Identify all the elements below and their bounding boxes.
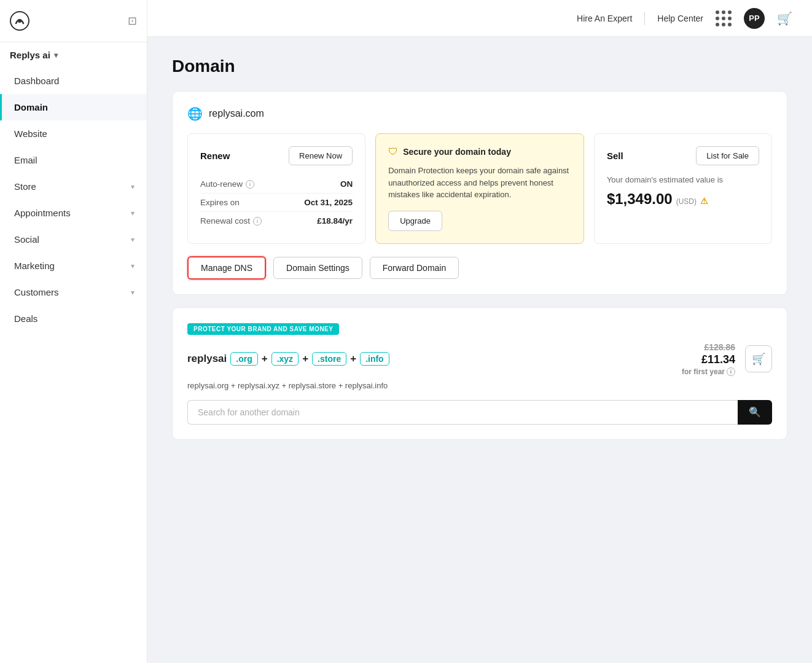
renewal-cost-info-icon[interactable]: i <box>253 217 262 226</box>
top-navbar: Hire An Expert Help Center PP 🛒 <box>147 0 812 37</box>
renew-panel: Renew Renew Now Auto-renew i ON Expires … <box>187 133 365 244</box>
main-content: Hire An Expert Help Center PP 🛒 Domain 🌐… <box>147 0 812 663</box>
promo-full-text: replysai.org + replysai.xyz + replysai.s… <box>187 381 772 390</box>
expires-row: Expires on Oct 31, 2025 <box>200 194 353 212</box>
brand-name[interactable]: Replys ai ▾ <box>0 42 147 68</box>
cart-icon[interactable]: 🛒 <box>777 11 792 26</box>
sidebar-collapse-button[interactable]: ⊡ <box>128 14 137 28</box>
promo-tag-org: .org <box>230 352 257 366</box>
promo-base-name: replysai <box>187 353 227 365</box>
list-for-sale-button[interactable]: List for Sale <box>696 146 759 165</box>
cart-icon: 🛒 <box>752 352 765 366</box>
domain-action-buttons: Manage DNS Domain Settings Forward Domai… <box>187 256 772 280</box>
renew-now-button[interactable]: Renew Now <box>289 146 353 165</box>
domain-card: 🌐 replysai.com Renew Renew Now Auto-rene… <box>172 91 787 295</box>
marketing-chevron-icon: ▾ <box>131 262 135 270</box>
search-icon: 🔍 <box>749 406 761 418</box>
page-title: Domain <box>172 57 787 76</box>
shield-icon: 🛡 <box>388 146 398 157</box>
auto-renew-info-icon[interactable]: i <box>246 180 254 189</box>
globe-icon: 🌐 <box>187 106 203 121</box>
renewal-cost-value: £18.84/yr <box>317 216 353 226</box>
domain-search-button[interactable]: 🔍 <box>738 400 772 425</box>
promo-badge: PROTECT YOUR BRAND AND SAVE MONEY <box>187 323 339 335</box>
secure-description: Domain Protection keeps your domain safe… <box>388 165 571 201</box>
sidebar-item-store[interactable]: Store ▾ <box>0 173 147 200</box>
promo-tag-info: .info <box>360 352 389 366</box>
promo-prices: £128.86 £11.34 for first year i <box>682 342 735 376</box>
sidebar-nav: Dashboard Domain Website Email Store ▾ A… <box>0 68 147 332</box>
sidebar-item-dashboard[interactable]: Dashboard <box>0 68 147 94</box>
social-chevron-icon: ▾ <box>131 235 135 244</box>
svg-point-1 <box>18 19 21 23</box>
sidebar-logo <box>10 11 29 31</box>
auto-renew-row: Auto-renew i ON <box>200 175 353 194</box>
promo-new-price: £11.34 <box>701 353 735 366</box>
auto-renew-value: ON <box>340 179 353 189</box>
help-center-link[interactable]: Help Center <box>657 14 703 23</box>
domain-url: replysai.com <box>209 108 264 119</box>
sell-price: $1,349.00 (USD) ⚠ <box>607 190 759 208</box>
domain-settings-button[interactable]: Domain Settings <box>273 257 362 279</box>
renew-title: Renew <box>200 151 230 161</box>
brand-chevron-icon: ▾ <box>54 51 58 60</box>
forward-domain-button[interactable]: Forward Domain <box>370 257 459 279</box>
topnav-divider <box>644 12 645 25</box>
promo-card: PROTECT YOUR BRAND AND SAVE MONEY replys… <box>172 307 787 440</box>
domain-panels: Renew Renew Now Auto-renew i ON Expires … <box>187 133 772 244</box>
add-to-cart-button[interactable]: 🛒 <box>745 345 772 372</box>
appointments-chevron-icon: ▾ <box>131 209 135 218</box>
secure-title: Secure your domain today <box>403 147 511 157</box>
sidebar-item-appointments[interactable]: Appointments ▾ <box>0 200 147 226</box>
domain-url-row: 🌐 replysai.com <box>187 106 772 121</box>
sidebar-item-website[interactable]: Website <box>0 120 147 147</box>
sell-description: Your domain's estimated value is <box>607 175 759 184</box>
store-chevron-icon: ▾ <box>131 182 135 191</box>
domain-search-input[interactable] <box>187 400 738 425</box>
sidebar-item-domain[interactable]: Domain <box>0 94 147 120</box>
sidebar-item-social[interactable]: Social ▾ <box>0 226 147 253</box>
sidebar: ⊡ Replys ai ▾ Dashboard Domain Website E… <box>0 0 147 663</box>
sidebar-item-email[interactable]: Email <box>0 147 147 173</box>
expires-value: Oct 31, 2025 <box>304 198 353 207</box>
secure-title-row: 🛡 Secure your domain today <box>388 146 571 157</box>
renewal-cost-row: Renewal cost i £18.84/yr <box>200 212 353 230</box>
sidebar-item-customers[interactable]: Customers ▾ <box>0 279 147 305</box>
page-content: Domain 🌐 replysai.com Renew Renew Now Au… <box>147 37 812 663</box>
renew-title-row: Renew Renew Now <box>200 146 353 165</box>
sell-price-value: $1,349.00 <box>607 190 673 208</box>
warning-icon: ⚠ <box>700 196 708 206</box>
hire-expert-link[interactable]: Hire An Expert <box>577 14 632 23</box>
sell-title: Sell <box>607 151 623 161</box>
user-avatar[interactable]: PP <box>744 8 765 29</box>
promo-price-info-icon[interactable]: i <box>727 367 735 376</box>
upgrade-button[interactable]: Upgrade <box>388 211 442 231</box>
manage-dns-button[interactable]: Manage DNS <box>187 256 266 280</box>
sidebar-header: ⊡ <box>0 0 147 42</box>
sell-price-currency: (USD) <box>676 197 697 206</box>
customers-chevron-icon: ▾ <box>131 288 135 297</box>
sell-panel: Sell List for Sale Your domain's estimat… <box>594 133 772 244</box>
sidebar-item-deals[interactable]: Deals <box>0 305 147 332</box>
sidebar-item-marketing[interactable]: Marketing ▾ <box>0 253 147 279</box>
promo-domains-row: replysai .org + .xyz + .store + .info £1… <box>187 342 772 376</box>
promo-price-subtitle: for first year i <box>682 367 735 376</box>
apps-grid-icon[interactable] <box>716 10 732 26</box>
promo-old-price: £128.86 <box>704 342 735 352</box>
domain-search-row: 🔍 <box>187 400 772 425</box>
app-logo-icon <box>10 11 29 31</box>
secure-panel: 🛡 Secure your domain today Domain Protec… <box>375 133 584 244</box>
sell-title-row: Sell List for Sale <box>607 146 759 165</box>
promo-tag-xyz: .xyz <box>271 352 299 366</box>
promo-tag-store: .store <box>312 352 346 366</box>
